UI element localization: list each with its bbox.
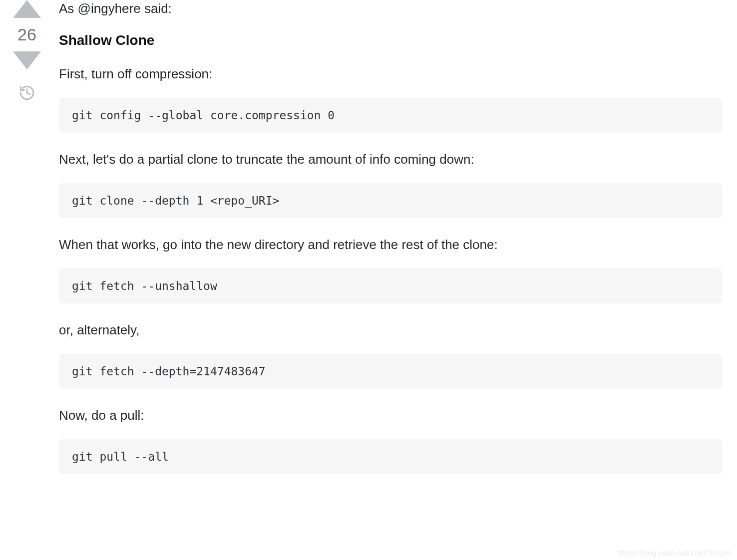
vote-column: 26: [5, 0, 49, 103]
code-block: git fetch --unshallow: [59, 269, 722, 303]
watermark-text: https://blog.csdn.net/z763795151: [619, 549, 732, 557]
section-heading: Shallow Clone: [59, 32, 722, 48]
vote-count: 26: [17, 25, 36, 44]
para-retrieve-rest: When that works, go into the new directo…: [59, 235, 722, 255]
code-clone-depth: git clone --depth 1 <repo_URI>: [72, 194, 279, 207]
code-block: git fetch --depth=2147483647: [59, 354, 722, 389]
code-block: git clone --depth 1 <repo_URI>: [59, 183, 722, 218]
svg-marker-1: [13, 51, 41, 69]
code-unshallow: git fetch --unshallow: [72, 280, 217, 292]
para-partial-clone: Next, let's do a partial clone to trunca…: [59, 150, 722, 169]
intro-text: As @ingyhere said:: [59, 0, 722, 18]
para-alternately: or, alternately,: [59, 320, 722, 340]
upvote-icon[interactable]: [13, 0, 41, 18]
history-icon[interactable]: [18, 84, 35, 103]
downvote-icon[interactable]: [13, 51, 41, 69]
answer-body: As @ingyhere said: Shallow Clone First, …: [49, 0, 722, 491]
code-block: git pull --all: [59, 439, 722, 474]
code-pull-all: git pull --all: [72, 450, 169, 463]
para-compression: First, turn off compression:: [59, 64, 722, 84]
code-block: git config --global core.compression 0: [59, 98, 722, 133]
svg-marker-0: [13, 0, 41, 18]
para-pull: Now, do a pull:: [59, 406, 722, 425]
code-compression: git config --global core.compression 0: [72, 109, 335, 122]
code-fetch-depth: git fetch --depth=2147483647: [72, 365, 266, 378]
